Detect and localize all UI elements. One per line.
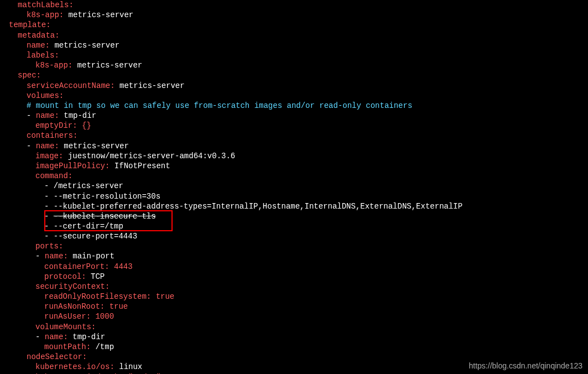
code-line: emptyDir: {}	[0, 121, 588, 131]
code-line: volumes:	[0, 91, 588, 101]
code-line: kubernetes.io/arch: "amd64"	[0, 372, 588, 374]
code-line: - name: tmp-dir	[0, 111, 588, 121]
code-line: - name: main-port	[0, 251, 588, 261]
code-line: runAsNonRoot: true	[0, 302, 588, 311]
code-line: imagePullPolicy: IfNotPresent	[0, 161, 588, 171]
code-line: mountPath: /tmp	[0, 342, 588, 352]
code-line: labels:	[0, 50, 588, 60]
code-line: k8s-app: metrics-server	[0, 10, 588, 20]
watermark: https://blog.csdn.net/qinqinde123	[469, 361, 583, 371]
code-line: ports:	[0, 241, 588, 251]
code-line: - /metrics-server	[0, 181, 588, 191]
code-line: image: juestnow/metrics-server-amd64:v0.…	[0, 151, 588, 161]
code-line: containerPort: 4443	[0, 262, 588, 272]
code-line: template:	[0, 20, 588, 30]
code-line: # mount in tmp so we can safely use from…	[0, 101, 588, 111]
code-line: k8s-app: metrics-server	[0, 60, 588, 70]
code-line: containers:	[0, 131, 588, 141]
code-line: spec:	[0, 70, 588, 80]
code-line: command:	[0, 171, 588, 181]
code-line: - --metric-resolution=30s	[0, 191, 588, 201]
code-line: matchLabels:	[0, 0, 588, 10]
code-line: - name: metrics-server	[0, 141, 588, 151]
code-block: matchLabels: k8s-app: metrics-server tem…	[0, 0, 588, 374]
code-line: readOnlyRootFilesystem: true	[0, 292, 588, 302]
code-line: - name: tmp-dir	[0, 332, 588, 342]
code-line: serviceAccountName: metrics-server	[0, 81, 588, 91]
highlighted-region: - --kubelet-insecure-tls - --cert-dir=/t…	[0, 211, 588, 231]
code-line: metadata:	[0, 30, 588, 40]
code-line: securityContext:	[0, 282, 588, 292]
code-line: - --secure-port=4443	[0, 231, 588, 241]
code-line: runAsUser: 1000	[0, 311, 588, 321]
code-line: name: metrics-server	[0, 40, 588, 50]
code-line: volumeMounts:	[0, 322, 588, 332]
code-line: protocol: TCP	[0, 272, 588, 282]
